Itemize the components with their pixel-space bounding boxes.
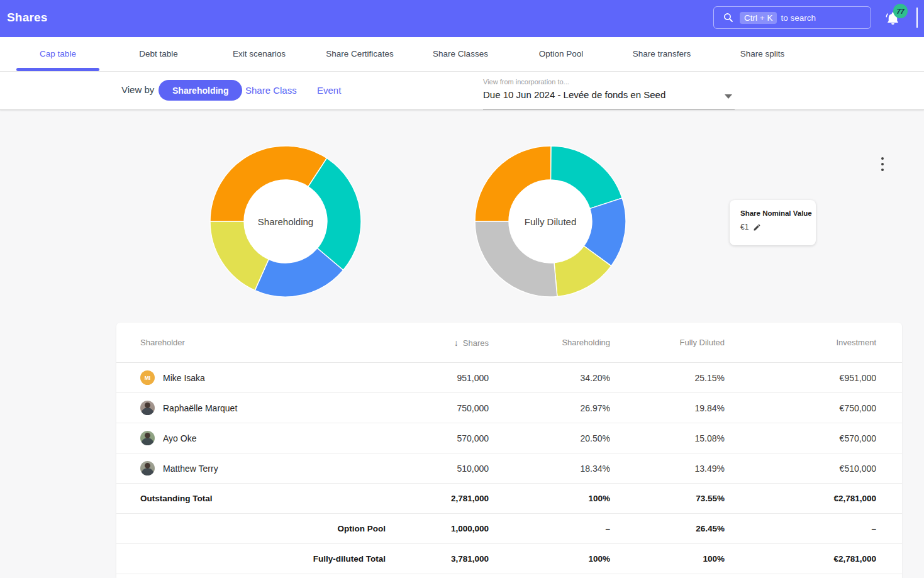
shareholder-name: Mike Isaka bbox=[163, 373, 205, 383]
column-header-fully-diluted[interactable]: Fully Diluted bbox=[610, 338, 725, 347]
share-nominal-value-card: Share Nominal Value €1 bbox=[730, 200, 816, 245]
nominal-card-value: €1 bbox=[740, 223, 749, 231]
total-cell-shareholding: – bbox=[489, 524, 610, 533]
donut-chart-shareholding: Shareholding bbox=[209, 145, 362, 297]
cap-table-card: Shareholder↓SharesShareholdingFully Dilu… bbox=[116, 323, 902, 578]
more-options-button[interactable] bbox=[878, 156, 887, 172]
edit-pencil-icon[interactable] bbox=[753, 223, 761, 231]
column-header-shareholder[interactable]: Shareholder bbox=[140, 338, 386, 347]
cap-table-header-row: Shareholder↓SharesShareholdingFully Dilu… bbox=[116, 323, 902, 363]
avatar: MI bbox=[140, 370, 155, 385]
total-cell-shareholding: 100% bbox=[489, 554, 610, 564]
nominal-card-title: Share Nominal Value bbox=[740, 209, 816, 217]
tab-share-splits[interactable]: Share splits bbox=[712, 37, 813, 71]
search-icon bbox=[723, 12, 734, 23]
page-title: Shares bbox=[7, 11, 48, 25]
cell-investment: €570,000 bbox=[725, 433, 876, 443]
donut-hole bbox=[509, 180, 592, 263]
cell-shares: 951,000 bbox=[386, 373, 489, 383]
avatar bbox=[140, 431, 155, 445]
tab-share-transfers[interactable]: Share transfers bbox=[611, 37, 712, 71]
table-row-matthew-terry[interactable]: Matthew Terry510,00018.34%13.49%€510,000 bbox=[116, 453, 902, 484]
shareholder-name: Raphaëlle Marquet bbox=[163, 403, 237, 413]
cell-shareholding: 18.34% bbox=[489, 464, 610, 474]
notification-badge: 77 bbox=[893, 4, 908, 18]
total-label: Outstanding Total bbox=[140, 494, 386, 503]
column-header-shareholding[interactable]: Shareholding bbox=[489, 338, 610, 347]
cell-shareholding: 34.20% bbox=[489, 373, 610, 383]
total-cell-investment: – bbox=[725, 524, 876, 533]
table-row-rapha-lle-marquet[interactable]: Raphaëlle Marquet750,00026.97%19.84%€750… bbox=[116, 393, 902, 423]
avatar bbox=[140, 401, 155, 415]
cell-shares: 570,000 bbox=[386, 433, 489, 443]
total-cell-fully-diluted: 100% bbox=[610, 554, 725, 564]
cell-shareholding: 20.50% bbox=[489, 433, 610, 443]
app-header: Shares Ctrl + K to search 77 bbox=[0, 0, 924, 37]
view-bar: View by ShareholdingShare ClassEvent Vie… bbox=[0, 72, 924, 110]
table-row-ayo-oke[interactable]: Ayo Oke570,00020.50%15.08%€570,000 bbox=[116, 423, 902, 453]
total-cell-shares: 1,000,000 bbox=[386, 524, 489, 533]
column-header-shares[interactable]: ↓Shares bbox=[386, 338, 489, 348]
tab-option-pool[interactable]: Option Pool bbox=[511, 37, 611, 71]
total-cell-fully-diluted: 73.55% bbox=[610, 494, 725, 503]
period-select-underline bbox=[483, 109, 735, 110]
shareholder-name: Matthew Terry bbox=[163, 464, 218, 474]
period-select-value: Due 10 Jun 2024 - Levée de fonds en Seed bbox=[483, 89, 735, 100]
chevron-down-icon bbox=[725, 94, 732, 99]
view-option-event[interactable]: Event bbox=[317, 85, 341, 96]
cell-investment: €951,000 bbox=[725, 373, 876, 383]
cell-fully-diluted: 19.84% bbox=[610, 403, 725, 413]
period-select[interactable]: View from incorporation to... Due 10 Jun… bbox=[483, 78, 735, 100]
donut-hole bbox=[244, 180, 327, 263]
tab-debt-table[interactable]: Debt table bbox=[108, 37, 209, 71]
cell-shares: 750,000 bbox=[386, 403, 489, 413]
header-divider bbox=[916, 8, 918, 28]
total-cell-investment: €2,781,000 bbox=[725, 554, 876, 564]
total-row-outstanding-total: Outstanding Total2,781,000100%73.55%€2,7… bbox=[116, 484, 902, 514]
cell-shareholding: 26.97% bbox=[489, 403, 610, 413]
tab-share-classes[interactable]: Share Classes bbox=[410, 37, 511, 71]
sort-desc-icon: ↓ bbox=[454, 338, 459, 348]
avatar bbox=[140, 461, 155, 475]
period-select-label: View from incorporation to... bbox=[483, 78, 735, 86]
search-input[interactable]: Ctrl + K to search bbox=[713, 6, 871, 29]
total-cell-shares: 3,781,000 bbox=[386, 554, 489, 564]
total-cell-shareholding: 100% bbox=[489, 494, 610, 503]
total-label: Option Pool bbox=[140, 524, 386, 533]
view-by-label: View by bbox=[121, 84, 154, 95]
cell-investment: €510,000 bbox=[725, 464, 876, 474]
cell-fully-diluted: 15.08% bbox=[610, 433, 725, 443]
total-row-option-pool: Option Pool1,000,000–26.45%– bbox=[116, 514, 902, 544]
cell-fully-diluted: 25.15% bbox=[610, 373, 725, 383]
table-row-mike-isaka[interactable]: MIMike Isaka951,00034.20%25.15%€951,000 bbox=[116, 363, 902, 393]
tab-cap-table[interactable]: Cap table bbox=[8, 37, 108, 71]
shareholder-name: Ayo Oke bbox=[163, 433, 196, 443]
search-placeholder: to search bbox=[781, 13, 816, 23]
cell-fully-diluted: 13.49% bbox=[610, 464, 725, 474]
total-row-fully-diluted-total: Fully-diluted Total3,781,000100%100%€2,7… bbox=[116, 544, 902, 574]
total-cell-shares: 2,781,000 bbox=[386, 494, 489, 503]
tab-exit-scenarios[interactable]: Exit scenarios bbox=[209, 37, 309, 71]
total-cell-fully-diluted: 26.45% bbox=[610, 524, 725, 533]
view-option-shareholding[interactable]: Shareholding bbox=[159, 80, 242, 101]
donut-chart-fully-diluted: Fully Diluted bbox=[474, 145, 626, 297]
total-label: Fully-diluted Total bbox=[140, 554, 386, 564]
tab-bar: Cap tableDebt tableExit scenariosShare C… bbox=[0, 37, 924, 72]
cell-investment: €750,000 bbox=[725, 403, 876, 413]
total-cell-investment: €2,781,000 bbox=[725, 494, 876, 503]
notifications-button[interactable]: 77 bbox=[884, 6, 907, 30]
tab-share-certificates[interactable]: Share Certificates bbox=[309, 37, 410, 71]
view-option-share-class[interactable]: Share Class bbox=[245, 85, 297, 96]
column-header-investment[interactable]: Investment bbox=[725, 338, 876, 347]
cell-shares: 510,000 bbox=[386, 464, 489, 474]
search-shortcut-chip: Ctrl + K bbox=[740, 12, 777, 24]
